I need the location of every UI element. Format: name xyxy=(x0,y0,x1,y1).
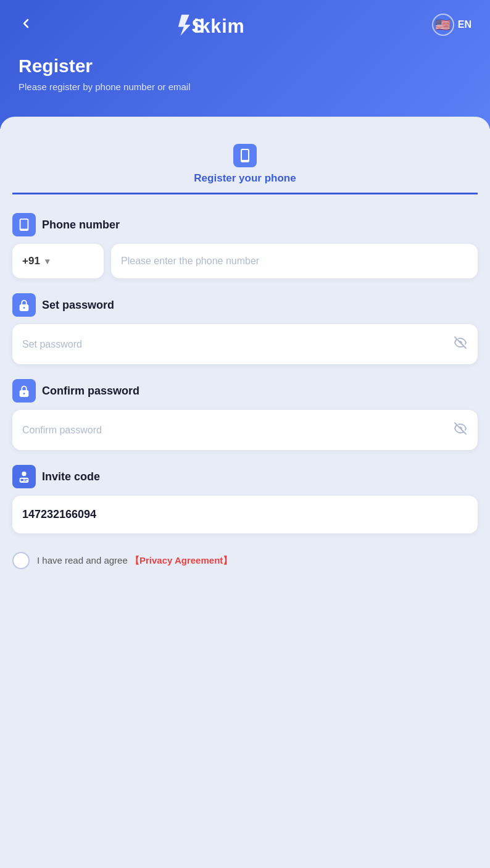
language-label: EN xyxy=(458,19,471,30)
invite-code-label: Invite code xyxy=(12,465,478,488)
svg-rect-15 xyxy=(21,479,24,482)
svg-rect-5 xyxy=(243,161,247,162)
password-visibility-toggle[interactable] xyxy=(453,335,468,353)
page-subtitle: Please register by phone number or email xyxy=(19,81,471,92)
svg-point-12 xyxy=(23,393,25,394)
phone-section: Phone number +91 ▾ xyxy=(12,213,478,278)
language-button[interactable]: 🇺🇸 EN xyxy=(432,14,471,36)
set-password-icon xyxy=(12,293,36,317)
invite-code-section: Invite code 147232166094 xyxy=(12,465,478,533)
header-top: ikkim S 🇺🇸 EN xyxy=(19,12,471,37)
svg-text:S: S xyxy=(191,15,204,36)
phone-tab-icon xyxy=(233,144,257,167)
header: ikkim S 🇺🇸 EN Register Please register b… xyxy=(0,0,490,129)
svg-rect-7 xyxy=(21,220,28,229)
logo: ikkim S xyxy=(177,12,288,37)
invite-code-icon xyxy=(12,465,36,488)
tab-bar: Register your phone xyxy=(12,135,478,194)
svg-point-13 xyxy=(22,472,26,476)
content-area: Register your phone Phone number +91 ▾ xyxy=(0,117,490,594)
agreement-text: I have read and agree 【Privacy Agreement… xyxy=(37,555,232,567)
confirm-password-visibility-toggle[interactable] xyxy=(453,421,468,439)
privacy-agreement-link[interactable]: 【Privacy Agreement】 xyxy=(130,555,232,565)
phone-number-input[interactable] xyxy=(111,244,478,278)
page-title: Register xyxy=(19,56,471,77)
confirm-password-input[interactable] xyxy=(22,425,453,436)
agreement-row: I have read and agree 【Privacy Agreement… xyxy=(12,552,478,569)
confirm-password-label: Confirm password xyxy=(12,379,478,403)
invite-code-value[interactable]: 147232166094 xyxy=(12,496,478,533)
agreement-checkbox[interactable] xyxy=(12,552,30,569)
tab-phone[interactable]: Register your phone xyxy=(12,135,478,193)
set-password-section: Set password xyxy=(12,293,478,364)
confirm-password-field xyxy=(12,410,478,450)
set-password-field xyxy=(12,324,478,364)
invite-code-field-label: Invite code xyxy=(42,470,100,483)
confirm-password-icon xyxy=(12,379,36,403)
phone-field-label: Phone number xyxy=(42,219,120,232)
tab-phone-label: Register your phone xyxy=(194,172,296,185)
confirm-password-field-label: Confirm password xyxy=(42,385,139,398)
phone-input-row: +91 ▾ xyxy=(12,244,478,278)
country-code-selector[interactable]: +91 ▾ xyxy=(12,244,104,278)
svg-rect-8 xyxy=(22,230,26,230)
confirm-password-section: Confirm password xyxy=(12,379,478,450)
svg-rect-4 xyxy=(242,150,248,160)
back-button[interactable] xyxy=(19,16,33,33)
flag-icon: 🇺🇸 xyxy=(432,14,454,36)
svg-point-10 xyxy=(23,307,25,309)
phone-label: Phone number xyxy=(12,213,478,236)
phone-field-icon xyxy=(12,213,36,236)
set-password-label: Set password xyxy=(12,293,478,317)
set-password-input[interactable] xyxy=(22,339,453,350)
chevron-down-icon: ▾ xyxy=(45,256,49,266)
country-code-value: +91 xyxy=(22,255,40,267)
svg-marker-0 xyxy=(178,15,191,36)
set-password-field-label: Set password xyxy=(42,299,114,312)
